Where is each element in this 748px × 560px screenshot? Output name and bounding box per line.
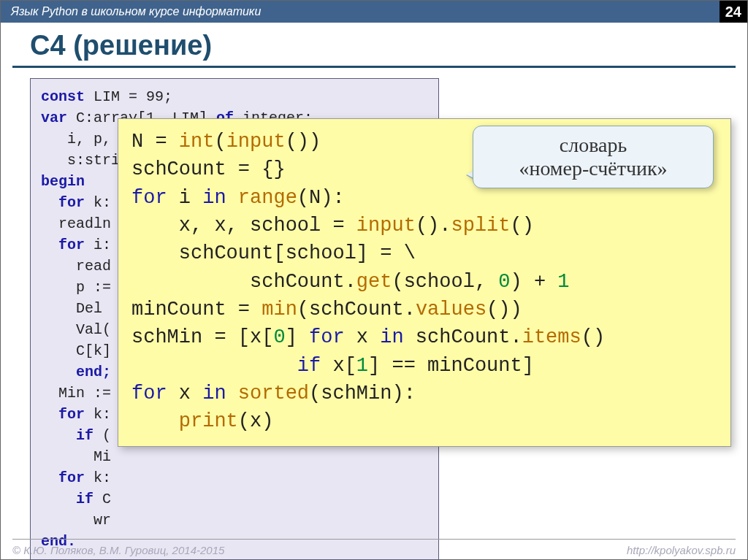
header-subtitle: Язык Python в школьном курсе информатики (11, 5, 261, 18)
callout-line1: словарь (484, 134, 703, 157)
page-number: 24 (720, 1, 747, 23)
slide-title: C4 (решение) (30, 30, 747, 61)
kw-var: var (41, 110, 67, 126)
slide: Язык Python в школьном курсе информатики… (0, 0, 748, 560)
footer: © К.Ю. Поляков, В.М. Гуровиц, 2014-2015 … (12, 539, 736, 556)
kw-begin: begin (41, 173, 85, 190)
kw-const: const (41, 88, 85, 105)
header-bar: Язык Python в школьном курсе информатики… (1, 1, 747, 23)
callout-box: словарь «номер-счётчик» (473, 126, 714, 188)
footer-copyright: © К.Ю. Поляков, В.М. Гуровиц, 2014-2015 (12, 544, 224, 556)
title-underline (12, 66, 736, 68)
content-area: const LIM = 99; var C:array[1..LIM] of i… (30, 78, 736, 531)
footer-url: http://kpolyakov.spb.ru (627, 544, 736, 556)
callout-line2: «номер-счётчик» (484, 157, 703, 180)
